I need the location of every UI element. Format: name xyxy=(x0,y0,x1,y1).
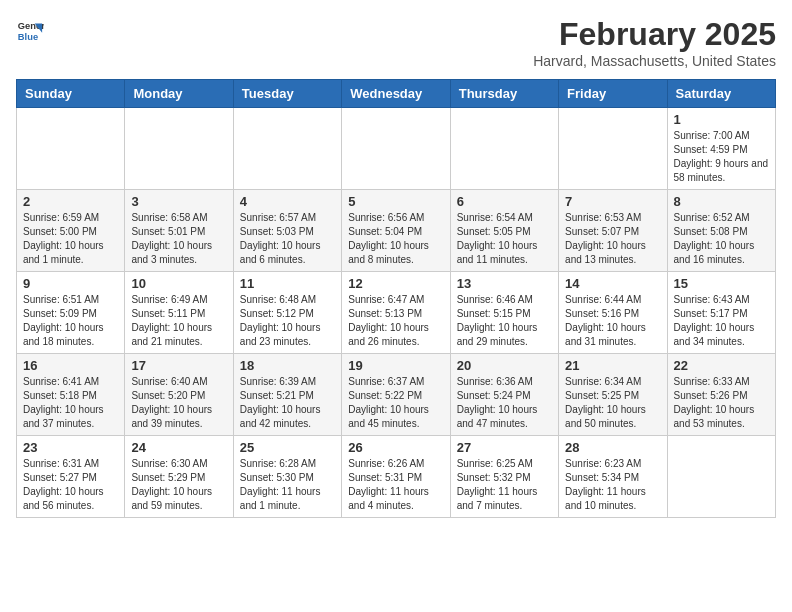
day-number: 21 xyxy=(565,358,660,373)
day-info: Sunrise: 6:25 AM Sunset: 5:32 PM Dayligh… xyxy=(457,457,552,513)
weekday-header-monday: Monday xyxy=(125,80,233,108)
calendar-cell: 13Sunrise: 6:46 AM Sunset: 5:15 PM Dayli… xyxy=(450,272,558,354)
calendar-cell: 7Sunrise: 6:53 AM Sunset: 5:07 PM Daylig… xyxy=(559,190,667,272)
day-number: 4 xyxy=(240,194,335,209)
day-info: Sunrise: 7:00 AM Sunset: 4:59 PM Dayligh… xyxy=(674,129,769,185)
day-info: Sunrise: 6:53 AM Sunset: 5:07 PM Dayligh… xyxy=(565,211,660,267)
day-info: Sunrise: 6:43 AM Sunset: 5:17 PM Dayligh… xyxy=(674,293,769,349)
day-number: 7 xyxy=(565,194,660,209)
day-number: 16 xyxy=(23,358,118,373)
day-number: 22 xyxy=(674,358,769,373)
calendar-cell: 23Sunrise: 6:31 AM Sunset: 5:27 PM Dayli… xyxy=(17,436,125,518)
day-info: Sunrise: 6:49 AM Sunset: 5:11 PM Dayligh… xyxy=(131,293,226,349)
weekday-header-wednesday: Wednesday xyxy=(342,80,450,108)
day-number: 12 xyxy=(348,276,443,291)
calendar-cell: 18Sunrise: 6:39 AM Sunset: 5:21 PM Dayli… xyxy=(233,354,341,436)
day-number: 14 xyxy=(565,276,660,291)
day-number: 5 xyxy=(348,194,443,209)
calendar-week-row: 16Sunrise: 6:41 AM Sunset: 5:18 PM Dayli… xyxy=(17,354,776,436)
weekday-header-friday: Friday xyxy=(559,80,667,108)
day-number: 28 xyxy=(565,440,660,455)
calendar-cell xyxy=(342,108,450,190)
calendar-cell xyxy=(233,108,341,190)
calendar-cell: 4Sunrise: 6:57 AM Sunset: 5:03 PM Daylig… xyxy=(233,190,341,272)
day-info: Sunrise: 6:51 AM Sunset: 5:09 PM Dayligh… xyxy=(23,293,118,349)
calendar-cell: 17Sunrise: 6:40 AM Sunset: 5:20 PM Dayli… xyxy=(125,354,233,436)
calendar-cell: 14Sunrise: 6:44 AM Sunset: 5:16 PM Dayli… xyxy=(559,272,667,354)
day-number: 18 xyxy=(240,358,335,373)
calendar-cell: 2Sunrise: 6:59 AM Sunset: 5:00 PM Daylig… xyxy=(17,190,125,272)
calendar-cell: 19Sunrise: 6:37 AM Sunset: 5:22 PM Dayli… xyxy=(342,354,450,436)
weekday-header-tuesday: Tuesday xyxy=(233,80,341,108)
calendar-cell: 25Sunrise: 6:28 AM Sunset: 5:30 PM Dayli… xyxy=(233,436,341,518)
day-info: Sunrise: 6:23 AM Sunset: 5:34 PM Dayligh… xyxy=(565,457,660,513)
generalblue-logo-icon: General Blue xyxy=(16,16,44,44)
logo: General Blue xyxy=(16,16,44,44)
day-number: 17 xyxy=(131,358,226,373)
day-info: Sunrise: 6:56 AM Sunset: 5:04 PM Dayligh… xyxy=(348,211,443,267)
title-area: February 2025 Harvard, Massachusetts, Un… xyxy=(533,16,776,69)
day-info: Sunrise: 6:31 AM Sunset: 5:27 PM Dayligh… xyxy=(23,457,118,513)
calendar-cell: 11Sunrise: 6:48 AM Sunset: 5:12 PM Dayli… xyxy=(233,272,341,354)
calendar-cell: 3Sunrise: 6:58 AM Sunset: 5:01 PM Daylig… xyxy=(125,190,233,272)
day-info: Sunrise: 6:59 AM Sunset: 5:00 PM Dayligh… xyxy=(23,211,118,267)
day-info: Sunrise: 6:30 AM Sunset: 5:29 PM Dayligh… xyxy=(131,457,226,513)
day-number: 3 xyxy=(131,194,226,209)
day-number: 11 xyxy=(240,276,335,291)
page-header: General Blue February 2025 Harvard, Mass… xyxy=(16,16,776,69)
day-info: Sunrise: 6:41 AM Sunset: 5:18 PM Dayligh… xyxy=(23,375,118,431)
calendar-cell: 9Sunrise: 6:51 AM Sunset: 5:09 PM Daylig… xyxy=(17,272,125,354)
calendar-cell: 5Sunrise: 6:56 AM Sunset: 5:04 PM Daylig… xyxy=(342,190,450,272)
day-info: Sunrise: 6:58 AM Sunset: 5:01 PM Dayligh… xyxy=(131,211,226,267)
day-number: 23 xyxy=(23,440,118,455)
calendar-header-row: SundayMondayTuesdayWednesdayThursdayFrid… xyxy=(17,80,776,108)
calendar-cell: 26Sunrise: 6:26 AM Sunset: 5:31 PM Dayli… xyxy=(342,436,450,518)
calendar-cell: 8Sunrise: 6:52 AM Sunset: 5:08 PM Daylig… xyxy=(667,190,775,272)
calendar-cell: 28Sunrise: 6:23 AM Sunset: 5:34 PM Dayli… xyxy=(559,436,667,518)
calendar-week-row: 2Sunrise: 6:59 AM Sunset: 5:00 PM Daylig… xyxy=(17,190,776,272)
day-info: Sunrise: 6:39 AM Sunset: 5:21 PM Dayligh… xyxy=(240,375,335,431)
calendar-cell xyxy=(667,436,775,518)
day-info: Sunrise: 6:47 AM Sunset: 5:13 PM Dayligh… xyxy=(348,293,443,349)
day-number: 26 xyxy=(348,440,443,455)
weekday-header-sunday: Sunday xyxy=(17,80,125,108)
day-number: 27 xyxy=(457,440,552,455)
day-info: Sunrise: 6:48 AM Sunset: 5:12 PM Dayligh… xyxy=(240,293,335,349)
calendar-cell: 20Sunrise: 6:36 AM Sunset: 5:24 PM Dayli… xyxy=(450,354,558,436)
day-number: 19 xyxy=(348,358,443,373)
day-number: 24 xyxy=(131,440,226,455)
day-info: Sunrise: 6:44 AM Sunset: 5:16 PM Dayligh… xyxy=(565,293,660,349)
day-info: Sunrise: 6:40 AM Sunset: 5:20 PM Dayligh… xyxy=(131,375,226,431)
calendar-week-row: 1Sunrise: 7:00 AM Sunset: 4:59 PM Daylig… xyxy=(17,108,776,190)
day-number: 2 xyxy=(23,194,118,209)
calendar-cell: 10Sunrise: 6:49 AM Sunset: 5:11 PM Dayli… xyxy=(125,272,233,354)
day-info: Sunrise: 6:37 AM Sunset: 5:22 PM Dayligh… xyxy=(348,375,443,431)
day-number: 25 xyxy=(240,440,335,455)
day-info: Sunrise: 6:28 AM Sunset: 5:30 PM Dayligh… xyxy=(240,457,335,513)
day-info: Sunrise: 6:34 AM Sunset: 5:25 PM Dayligh… xyxy=(565,375,660,431)
day-info: Sunrise: 6:36 AM Sunset: 5:24 PM Dayligh… xyxy=(457,375,552,431)
calendar-cell xyxy=(17,108,125,190)
day-info: Sunrise: 6:26 AM Sunset: 5:31 PM Dayligh… xyxy=(348,457,443,513)
calendar-week-row: 9Sunrise: 6:51 AM Sunset: 5:09 PM Daylig… xyxy=(17,272,776,354)
day-info: Sunrise: 6:57 AM Sunset: 5:03 PM Dayligh… xyxy=(240,211,335,267)
calendar-cell: 22Sunrise: 6:33 AM Sunset: 5:26 PM Dayli… xyxy=(667,354,775,436)
day-number: 8 xyxy=(674,194,769,209)
calendar-cell: 27Sunrise: 6:25 AM Sunset: 5:32 PM Dayli… xyxy=(450,436,558,518)
calendar-cell xyxy=(559,108,667,190)
calendar-cell: 24Sunrise: 6:30 AM Sunset: 5:29 PM Dayli… xyxy=(125,436,233,518)
calendar-table: SundayMondayTuesdayWednesdayThursdayFrid… xyxy=(16,79,776,518)
weekday-header-saturday: Saturday xyxy=(667,80,775,108)
calendar-cell: 6Sunrise: 6:54 AM Sunset: 5:05 PM Daylig… xyxy=(450,190,558,272)
month-title: February 2025 xyxy=(533,16,776,53)
day-info: Sunrise: 6:52 AM Sunset: 5:08 PM Dayligh… xyxy=(674,211,769,267)
day-info: Sunrise: 6:46 AM Sunset: 5:15 PM Dayligh… xyxy=(457,293,552,349)
day-number: 20 xyxy=(457,358,552,373)
day-info: Sunrise: 6:33 AM Sunset: 5:26 PM Dayligh… xyxy=(674,375,769,431)
calendar-cell: 15Sunrise: 6:43 AM Sunset: 5:17 PM Dayli… xyxy=(667,272,775,354)
day-number: 1 xyxy=(674,112,769,127)
location-title: Harvard, Massachusetts, United States xyxy=(533,53,776,69)
calendar-cell xyxy=(125,108,233,190)
day-number: 6 xyxy=(457,194,552,209)
day-number: 15 xyxy=(674,276,769,291)
